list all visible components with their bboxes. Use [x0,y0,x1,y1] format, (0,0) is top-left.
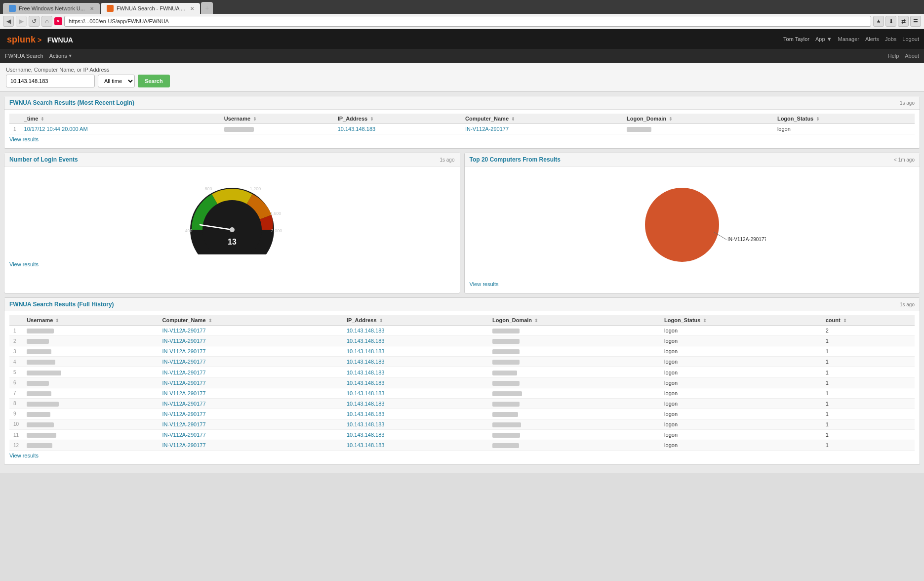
cell-computer: IN-V112A-290177 [461,124,623,134]
fh-ip-link[interactable]: 10.143.148.183 [347,370,384,375]
actions-chevron-icon: ▼ [68,53,73,58]
time-select[interactable]: All time [98,75,135,87]
fh-ip-link[interactable]: 10.143.148.183 [347,401,384,407]
fh-cell-count: 1 [822,367,915,377]
actions-dropdown[interactable]: Actions ▼ [49,50,73,62]
nav-jobs[interactable]: Jobs [885,36,896,42]
bookmark-btn[interactable]: ★ [873,16,884,27]
nav-actions-label[interactable]: Actions [49,50,67,62]
tab-favicon-active [107,5,114,12]
nav-app[interactable]: App ▼ [815,36,832,42]
fh-cell-computer: IN-V112A-290177 [158,357,343,367]
fh-computer-link[interactable]: IN-V112A-290177 [162,348,205,354]
table-row: 1 10/17/12 10:44:20.000 AM ██████ 10.143… [9,124,915,134]
fh-ip-link[interactable]: 10.143.148.183 [347,380,384,386]
fh-cell-domain: █████ [488,357,660,367]
col-time[interactable]: _time ⇕ [20,114,220,124]
view-results-login-events[interactable]: View results [9,259,39,269]
refresh-btn[interactable]: ↺ [29,16,40,27]
fh-computer-link[interactable]: IN-V112A-290177 [162,390,205,396]
tab-close-active[interactable]: ✕ [190,6,194,11]
fh-col-username[interactable]: Username ⇕ [23,315,158,326]
fh-col-count[interactable]: count ⇕ [822,315,915,326]
nav-alerts[interactable]: Alerts [865,36,879,42]
fh-cell-status: logon [660,419,822,429]
splunk-nav-right: Tom Taylor App ▼ Manager Alerts Jobs Log… [783,36,919,42]
fh-computer-link[interactable]: IN-V112A-290177 [162,370,205,375]
fh-ip-link[interactable]: 10.143.148.183 [347,328,384,333]
time-link[interactable]: 10/17/12 10:44:20.000 AM [24,126,88,132]
fh-ip-link[interactable]: 10.143.148.183 [347,432,384,438]
fh-cell-username: █████ [23,367,158,377]
panel-recent-login: FWNUA Search Results (Most Recent Login)… [4,96,920,149]
view-results-full-history[interactable]: View results [9,451,39,460]
fh-computer-link[interactable]: IN-V112A-290177 [162,328,205,333]
settings-btn[interactable]: ☰ [910,16,921,27]
fh-row-num: 3 [9,346,23,357]
fh-computer-link[interactable]: IN-V112A-290177 [162,442,205,448]
fh-col-ip[interactable]: IP_Address ⇕ [343,315,488,326]
fh-computer-link[interactable]: IN-V112A-290177 [162,359,205,365]
fh-col-computer[interactable]: Computer_Name ⇕ [158,315,343,326]
col-computer[interactable]: Computer_Name ⇕ [461,114,623,124]
fh-ip-link[interactable]: 10.143.148.183 [347,359,384,365]
fh-cell-computer: IN-V112A-290177 [158,346,343,357]
tab-close[interactable]: ✕ [90,6,94,11]
fh-computer-link[interactable]: IN-V112A-290177 [162,421,205,427]
svg-point-9 [230,227,235,232]
fh-cell-ip: 10.143.148.183 [343,326,488,336]
fh-col-status[interactable]: Logon_Status ⇕ [660,315,822,326]
home-btn[interactable]: ⌂ [41,16,52,27]
fh-ip-link[interactable]: 10.143.148.183 [347,442,384,448]
nav-about[interactable]: About [905,53,919,59]
fh-computer-link[interactable]: IN-V112A-290177 [162,338,205,344]
nav-fwnua-search[interactable]: FWNUA Search [5,50,43,62]
back-btn[interactable]: ◀ [3,16,14,27]
fh-row-num: 7 [9,388,23,398]
col-ip[interactable]: IP_Address ⇕ [334,114,461,124]
fh-row-num: 10 [9,419,23,429]
fh-col-domain[interactable]: Logon_Domain ⇕ [488,315,660,326]
table-row: 4 █████ IN-V112A-290177 10.143.148.183 █… [9,357,915,367]
col-username[interactable]: Username ⇕ [220,114,334,124]
fh-computer-link[interactable]: IN-V112A-290177 [162,401,205,407]
cell-status: logon [773,124,915,134]
col-status[interactable]: Logon_Status ⇕ [773,114,915,124]
fh-ip-link[interactable]: 10.143.148.183 [347,390,384,396]
col-domain[interactable]: Logon_Domain ⇕ [623,114,773,124]
new-tab-btn[interactable]: + [201,2,213,14]
view-results-recent[interactable]: View results [9,134,39,144]
table-row: 8 █████ IN-V112A-290177 10.143.148.183 █… [9,398,915,409]
fh-cell-username: █████ [23,336,158,346]
tab-free-windows[interactable]: Free Windows Network U... ✕ [3,3,100,14]
tab-fwnua-search[interactable]: FWNUA Search - FWNUA ... ✕ [101,3,200,14]
download-btn[interactable]: ⬇ [885,16,896,27]
fh-ip-link[interactable]: 10.143.148.183 [347,421,384,427]
main-content: FWNUA Search Results (Most Recent Login)… [0,92,924,473]
nav-help[interactable]: Help [888,53,899,59]
fh-ip-link[interactable]: 10.143.148.183 [347,338,384,344]
fh-row-num: 5 [9,367,23,377]
fh-cell-domain: █████ [488,409,660,419]
search-input[interactable] [6,75,95,87]
fh-row-num: 9 [9,409,23,419]
fh-computer-link[interactable]: IN-V112A-290177 [162,380,205,386]
fh-cell-status: logon [660,409,822,419]
fh-computer-link[interactable]: IN-V112A-290177 [162,432,205,438]
nav-manager[interactable]: Manager [838,36,859,42]
ip-link[interactable]: 10.143.148.183 [338,126,375,132]
fh-cell-status: logon [660,367,822,377]
table-row: 6 █████ IN-V112A-290177 10.143.148.183 █… [9,377,915,388]
search-button[interactable]: Search [138,75,170,87]
address-bar[interactable] [64,16,871,27]
forward-btn[interactable]: ▶ [16,16,27,27]
view-results-top-computers[interactable]: View results [470,279,499,289]
computer-link[interactable]: IN-V112A-290177 [465,126,509,132]
fh-ip-link[interactable]: 10.143.148.183 [347,348,384,354]
fh-cell-computer: IN-V112A-290177 [158,430,343,440]
domain-blurred: █████ [627,127,651,132]
nav-logout[interactable]: Logout [902,36,919,42]
sync-btn[interactable]: ⇄ [898,16,909,27]
fh-computer-link[interactable]: IN-V112A-290177 [162,411,205,417]
fh-ip-link[interactable]: 10.143.148.183 [347,411,384,417]
